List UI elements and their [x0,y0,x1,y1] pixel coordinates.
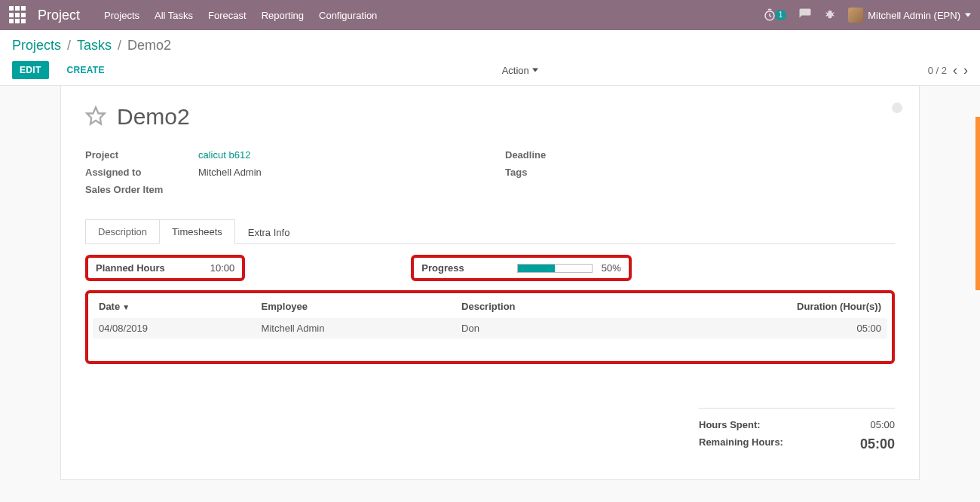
app-brand[interactable]: Project [38,8,80,23]
pager-label: 0 / 2 [928,65,947,76]
breadcrumb-current: Demo2 [127,38,171,54]
form-sheet: Demo2 Project calicut b612 Assigned to M… [60,86,920,480]
nav-menu: Projects All Tasks Forecast Reporting Co… [104,10,377,21]
value-planned-hours: 10:00 [210,262,235,274]
breadcrumb-projects[interactable]: Projects [12,38,61,54]
label-assigned-to: Assigned to [85,167,198,178]
annotation-mark [975,117,980,290]
col-employee[interactable]: Employee [256,296,455,318]
label-hours-spent: Hours Spent: [699,419,761,430]
label-tags: Tags [505,167,618,178]
tabs: Description Timesheets Extra Info [85,219,895,244]
label-remaining-hours: Remaining Hours: [699,436,783,452]
tab-description[interactable]: Description [85,219,159,244]
chevron-down-icon [532,68,538,72]
avatar [848,8,863,23]
tab-extra-info[interactable]: Extra Info [235,219,303,244]
pager-next[interactable]: › [963,63,968,78]
timesheet-table: Date▼ Employee Description Duration (Hou… [93,296,887,338]
highlight-planned-hours: Planned Hours 10:00 [85,255,245,281]
col-duration[interactable]: Duration (Hour(s)) [631,296,887,318]
nav-item-reporting[interactable]: Reporting [262,10,304,21]
breadcrumb: Projects / Tasks / Demo2 [12,38,968,54]
svg-marker-1 [87,107,104,124]
messaging-icon[interactable] [798,8,812,23]
nav-item-configuration[interactable]: Configuration [319,10,377,21]
star-icon[interactable] [85,106,106,129]
user-menu[interactable]: Mitchell Admin (EPN) [848,8,971,23]
label-deadline: Deadline [505,149,618,161]
apps-icon[interactable] [9,6,27,24]
chevron-down-icon [965,12,971,18]
timer-badge: 1 [775,10,787,20]
edit-button[interactable]: EDIT [12,61,49,79]
timer-icon[interactable]: 1 [763,8,787,22]
cell-duration: 05:00 [631,318,887,338]
task-title: Demo2 [117,104,190,130]
pager-prev[interactable]: ‹ [953,63,957,78]
table-row[interactable]: 04/08/2019 Mitchell Admin Don 05:00 [93,318,887,338]
cell-employee: Mitchell Admin [256,318,455,338]
cell-description: Don [455,318,631,338]
label-progress: Progress [421,262,464,274]
value-project[interactable]: calicut b612 [198,149,250,161]
nav-item-all-tasks[interactable]: All Tasks [155,10,193,21]
value-remaining-hours: 05:00 [860,436,895,452]
nav-item-projects[interactable]: Projects [104,10,139,21]
highlight-progress: Progress 50% [411,255,631,281]
progress-bar [517,264,593,273]
progress-text: 50% [602,262,621,274]
kanban-state-dot[interactable] [892,103,902,113]
user-name: Mitchell Admin (EPN) [868,10,960,21]
value-hours-spent: 05:00 [870,419,895,430]
totals: Hours Spent: 05:00 Remaining Hours: 05:0… [85,408,895,455]
bug-icon[interactable] [824,8,836,23]
control-panel: Projects / Tasks / Demo2 EDIT CREATE Act… [0,30,980,86]
nav-item-forecast[interactable]: Forecast [208,10,247,21]
create-button[interactable]: CREATE [60,61,112,79]
breadcrumb-sep: / [67,38,71,54]
col-description[interactable]: Description [455,296,631,318]
cell-date: 04/08/2019 [93,318,256,338]
value-assigned-to: Mitchell Admin [198,167,262,178]
breadcrumb-tasks[interactable]: Tasks [77,38,112,54]
sort-desc-icon: ▼ [122,303,130,311]
progress-fill [518,265,555,272]
tab-pane-timesheets: Planned Hours 10:00 Progress 50% [85,244,895,455]
action-menu[interactable]: Action [502,65,538,76]
tab-timesheets[interactable]: Timesheets [159,219,235,244]
pager: 0 / 2 ‹ › [928,63,968,78]
col-date[interactable]: Date▼ [93,296,256,318]
label-planned-hours: Planned Hours [96,262,165,274]
highlight-timesheet-table: Date▼ Employee Description Duration (Hou… [85,290,895,364]
top-nav: Project Projects All Tasks Forecast Repo… [0,0,980,30]
label-sales-order-item: Sales Order Item [85,184,198,195]
label-project: Project [85,149,198,161]
action-label: Action [502,65,529,76]
breadcrumb-sep: / [118,38,121,54]
